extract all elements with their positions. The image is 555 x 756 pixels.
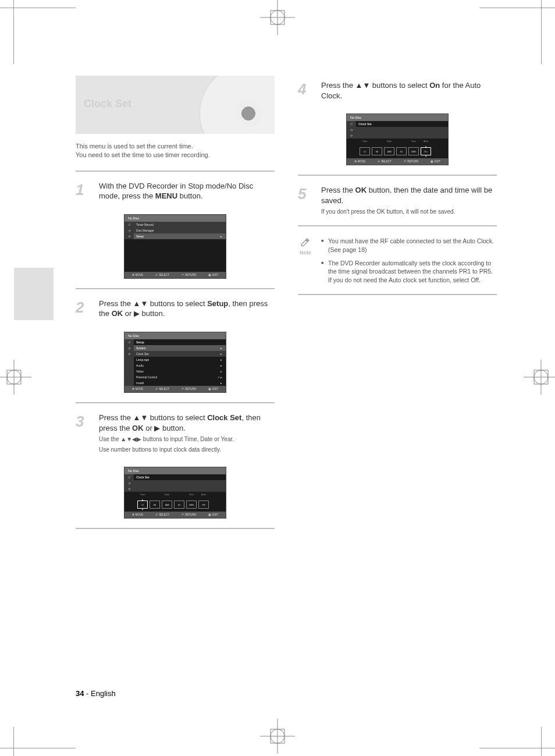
section-title: Clock Set	[84, 98, 131, 110]
note-icon	[300, 237, 311, 247]
registration-mark-icon	[0, 360, 31, 397]
note-item: The DVD Recorder automatically sets the …	[321, 259, 497, 285]
side-tab	[14, 268, 54, 320]
registration-mark-icon	[260, 0, 295, 37]
step-5: 5 Press the OK button, then the date and…	[298, 185, 497, 216]
step-3: 3 Press the ▲▼ buttons to select Clock S…	[76, 413, 275, 454]
note-item: You must have the RF cable connected to …	[321, 237, 497, 254]
osd-screenshot-menu: No Disc ⏱Timer Record ◔Disc Manager ⚙Set…	[124, 214, 226, 279]
osd-screenshot-clockset-2: No Disc ⏱Clock Set ◔ ⚙ Time Date Year Au…	[346, 113, 449, 165]
step-2: 2 Press the ▲▼ buttons to select Setup, …	[76, 299, 275, 319]
section-header: Clock Set	[76, 76, 275, 134]
note-block: Note You must have the RF cable connecte…	[298, 237, 497, 289]
note-label: Note	[300, 250, 311, 255]
step-4: 4 Press the ▲▼ buttons to select On for …	[298, 80, 497, 101]
intro-text: This menu is used to set the current tim…	[76, 142, 275, 160]
step-1: 1 With the DVD Recorder in Stop mode/No …	[76, 181, 275, 201]
registration-mark-icon	[524, 360, 555, 397]
page-footer: 34 - English	[76, 689, 116, 698]
registration-mark-icon	[260, 719, 295, 756]
osd-screenshot-setup: No Disc ⏱Setup ◔System▸ ⚙Clock Set▸ Lang…	[124, 332, 226, 393]
disc-icon	[199, 76, 275, 134]
osd-screenshot-clockset-1: No Disc ⏱Clock Set ◔ ⚙ Time Date Year Au…	[124, 467, 226, 519]
